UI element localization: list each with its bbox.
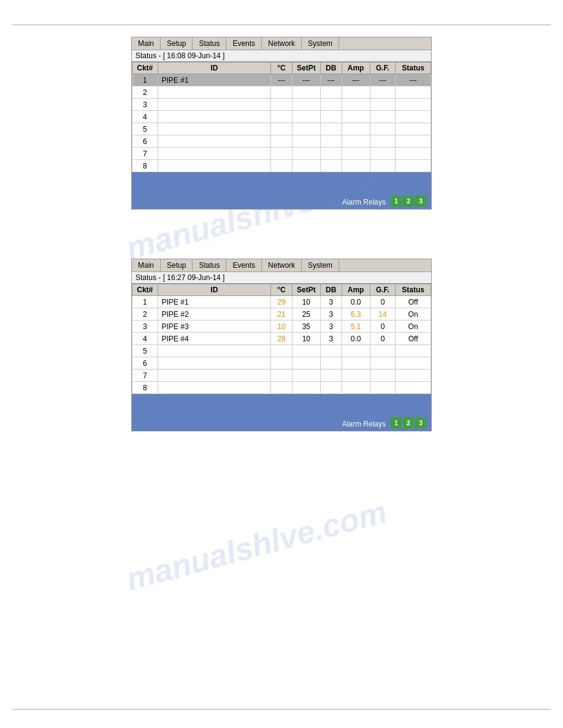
cell-setpt xyxy=(292,160,320,172)
th-status-2: Status xyxy=(396,284,431,296)
table-row[interactable]: 4 xyxy=(132,111,431,123)
cell-gf: 0 xyxy=(370,333,396,345)
cell-ckt: 8 xyxy=(132,382,158,394)
tab-status-1[interactable]: Status xyxy=(193,37,226,50)
tab-setup-2[interactable]: Setup xyxy=(161,259,193,271)
cell-status: On xyxy=(396,308,431,320)
alarm-relays-label-1: Alarm Relays xyxy=(342,198,386,207)
cell-amp: 6.3 xyxy=(342,308,370,320)
cell-temp xyxy=(271,357,293,370)
cell-setpt xyxy=(292,86,320,99)
th-amp-2: Amp xyxy=(342,284,370,296)
cell-status xyxy=(396,345,431,357)
cell-temp xyxy=(271,86,293,99)
table-row[interactable]: 8 xyxy=(132,382,431,394)
cell-gf xyxy=(370,370,396,382)
cell-db: 3 xyxy=(320,320,342,333)
table-row[interactable]: 1PIPE #1------------------ xyxy=(132,74,431,86)
table-row[interactable]: 1PIPE #1291030.00Off xyxy=(132,296,431,308)
cell-id xyxy=(158,148,271,160)
table-row[interactable]: 6 xyxy=(132,135,431,148)
cell-gf xyxy=(370,148,396,160)
relay-btn-2-1[interactable]: 1 xyxy=(391,417,402,428)
cell-gf xyxy=(370,345,396,357)
tab-events-1[interactable]: Events xyxy=(226,37,262,50)
relay-btn-2-2[interactable]: 2 xyxy=(403,417,414,428)
cell-setpt: 10 xyxy=(292,296,320,308)
tab-main-2[interactable]: Main xyxy=(132,259,161,271)
table-row[interactable]: 4PIPE #4281030.00Off xyxy=(132,333,431,345)
cell-ckt: 3 xyxy=(132,99,158,111)
cell-db: 3 xyxy=(320,333,342,345)
table-row[interactable]: 5 xyxy=(132,345,431,357)
cell-gf: --- xyxy=(370,74,396,86)
table-row[interactable]: 7 xyxy=(132,370,431,382)
th-amp-1: Amp xyxy=(342,63,370,74)
tab-network-1[interactable]: Network xyxy=(262,37,302,50)
relay-btn-1-3[interactable]: 3 xyxy=(415,195,426,207)
cell-amp xyxy=(342,345,370,357)
cell-temp xyxy=(271,345,293,357)
cell-id xyxy=(158,370,271,382)
cell-id: PIPE #4 xyxy=(158,333,271,345)
tab-main-1[interactable]: Main xyxy=(132,37,161,50)
table-row[interactable]: 7 xyxy=(132,148,431,160)
cell-db: --- xyxy=(320,74,342,86)
cell-amp xyxy=(342,99,370,111)
cell-amp xyxy=(342,111,370,123)
table-row[interactable]: 2PIPE #2212536.314On xyxy=(132,308,431,320)
cell-db xyxy=(320,160,342,172)
cell-db: 3 xyxy=(320,308,342,320)
status-text-1: Status - [ 16:08 09-Jun-14 ] xyxy=(136,51,224,60)
th-id-1: ID xyxy=(158,63,271,74)
tab-system-2[interactable]: System xyxy=(302,259,339,271)
cell-status: On xyxy=(396,320,431,333)
cell-gf: 0 xyxy=(370,320,396,333)
th-gf-1: G.F. xyxy=(370,63,396,74)
cell-id: PIPE #2 xyxy=(158,308,271,320)
cell-ckt: 4 xyxy=(132,333,158,345)
th-temp-2: °C xyxy=(271,284,293,296)
tab-setup-1[interactable]: Setup xyxy=(161,37,193,50)
cell-temp xyxy=(271,160,293,172)
table-row[interactable]: 2 xyxy=(132,86,431,99)
cell-ckt: 2 xyxy=(132,308,158,320)
cell-ckt: 3 xyxy=(132,320,158,333)
data-table-1: Ckt# ID °C SetPt DB Amp G.F. Status 1PIP… xyxy=(132,62,431,172)
cell-id xyxy=(158,123,271,135)
tab-status-2[interactable]: Status xyxy=(193,259,226,271)
cell-id: PIPE #3 xyxy=(158,320,271,333)
cell-setpt: 10 xyxy=(292,333,320,345)
cell-id xyxy=(158,160,271,172)
cell-setpt xyxy=(292,148,320,160)
cell-setpt xyxy=(292,135,320,148)
table-row[interactable]: 3PIPE #3103535.10On xyxy=(132,320,431,333)
relay-btn-1-1[interactable]: 1 xyxy=(391,195,402,207)
cell-amp xyxy=(342,357,370,370)
cell-status xyxy=(396,382,431,394)
cell-db xyxy=(320,357,342,370)
tab-network-2[interactable]: Network xyxy=(262,259,302,271)
cell-setpt xyxy=(292,111,320,123)
cell-status xyxy=(396,135,431,148)
bottom-area-2: Alarm Relays 1 2 3 xyxy=(132,394,431,431)
relay-btn-1-2[interactable]: 2 xyxy=(403,195,414,207)
cell-db xyxy=(320,111,342,123)
cell-temp xyxy=(271,111,293,123)
data-table-2: Ckt# ID °C SetPt DB Amp G.F. Status 1PIP… xyxy=(132,284,431,394)
cell-id xyxy=(158,86,271,99)
relay-btn-2-3[interactable]: 3 xyxy=(415,417,426,428)
cell-gf xyxy=(370,111,396,123)
cell-temp: --- xyxy=(271,74,293,86)
table-row[interactable]: 6 xyxy=(132,357,431,370)
cell-amp: 0.0 xyxy=(342,333,370,345)
table-row[interactable]: 5 xyxy=(132,123,431,135)
tab-system-1[interactable]: System xyxy=(302,37,339,50)
tab-events-2[interactable]: Events xyxy=(226,259,262,271)
cell-db xyxy=(320,148,342,160)
cell-id xyxy=(158,357,271,370)
cell-status xyxy=(396,111,431,123)
table-row[interactable]: 8 xyxy=(132,160,431,172)
table-row[interactable]: 3 xyxy=(132,99,431,111)
th-db-2: DB xyxy=(320,284,342,296)
